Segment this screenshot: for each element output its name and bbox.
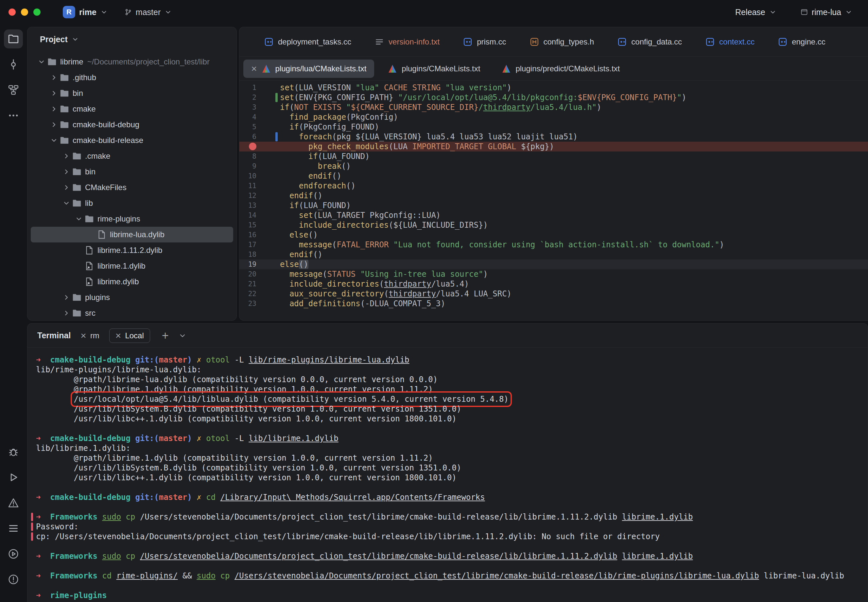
line-number[interactable]: 20 xyxy=(239,269,256,279)
line-number[interactable]: 2 xyxy=(239,92,256,102)
tree-item-lib[interactable]: lib xyxy=(31,195,233,211)
editor-tab-config_data.cc[interactable]: config_data.cc xyxy=(606,37,694,46)
tool-button-more[interactable] xyxy=(4,106,23,125)
terminal-tab-rm[interactable]: × rm xyxy=(80,331,100,341)
tree-item-librime[interactable]: librime~/Documents/project_clion_test/li… xyxy=(31,54,233,70)
tree-item-.github[interactable]: .github xyxy=(31,70,233,85)
editor-tab-version-info.txt[interactable]: version-info.txt xyxy=(363,37,451,46)
terminal-path-link[interactable]: librime.1.dylib xyxy=(622,551,693,561)
editor-tab-context.cc[interactable]: context.cc xyxy=(694,37,766,46)
chevron-collapsed-icon[interactable] xyxy=(61,310,72,317)
line-number[interactable]: 18 xyxy=(239,250,256,260)
chevron-collapsed-icon[interactable] xyxy=(61,294,72,301)
line-number[interactable]: 6 xyxy=(239,132,256,142)
close-icon[interactable]: × xyxy=(80,331,86,341)
editor-tab-deployment_tasks.cc[interactable]: deployment_tasks.cc xyxy=(253,37,363,46)
tool-button-structure[interactable] xyxy=(4,80,23,100)
chevron-collapsed-icon[interactable] xyxy=(48,74,60,81)
tool-button-problems-circle[interactable] xyxy=(4,570,23,589)
chevron-collapsed-icon[interactable] xyxy=(61,184,72,191)
code-editor[interactable]: 1set(LUA_VERSION "lua" CACHE STRING "lua… xyxy=(239,81,868,320)
breakpoint-dot[interactable] xyxy=(239,142,256,152)
tool-button-todo-lines[interactable] xyxy=(4,519,23,538)
terminal-options-chevron-icon[interactable] xyxy=(179,332,186,339)
terminal-path-link[interactable]: /Users/stevenobelia/Documents/project_cl… xyxy=(235,571,759,580)
line-number[interactable]: 1 xyxy=(239,83,256,92)
tree-item-librime.dylib[interactable]: librime.dylib xyxy=(31,274,233,290)
line-number[interactable]: 3 xyxy=(239,102,256,112)
tree-item-bin[interactable]: bin xyxy=(31,85,233,101)
line-number[interactable]: 9 xyxy=(239,161,256,171)
tool-button-warning-triangle[interactable] xyxy=(4,493,23,512)
project-widget[interactable]: R rime xyxy=(58,3,112,21)
terminal-output[interactable]: ➜ cmake-build-debug git:(master) ✗ otool… xyxy=(28,348,868,602)
line-number[interactable]: 23 xyxy=(239,299,256,309)
terminal-path-link[interactable]: lib/rime-plugins/librime-lua.dylib xyxy=(248,355,409,364)
editor-tab-prism.cc[interactable]: prism.cc xyxy=(451,37,518,46)
run-config-selector[interactable]: rime-lua xyxy=(796,5,857,20)
chevron-collapsed-icon[interactable] xyxy=(61,168,72,175)
tool-button-debug-bug[interactable] xyxy=(4,442,23,461)
line-number[interactable]: 22 xyxy=(239,289,256,299)
tree-item-.cmake[interactable]: .cmake xyxy=(31,148,233,164)
line-number[interactable]: 4 xyxy=(239,112,256,122)
chevron-collapsed-icon[interactable] xyxy=(48,105,60,112)
editor-tab-engine.cc[interactable]: engine.cc xyxy=(766,37,837,46)
terminal-path-link[interactable]: /Users/stevenobelia/Documents/project_cl… xyxy=(140,551,617,561)
tree-item-plugins[interactable]: plugins xyxy=(31,290,233,305)
line-number[interactable]: 14 xyxy=(239,210,256,220)
tree-item-librime.1.11.2.dylib[interactable]: librime.1.11.2.dylib xyxy=(31,243,233,258)
terminal-path-link[interactable]: rime-plugins/ xyxy=(117,571,178,580)
tree-item-bin[interactable]: bin xyxy=(31,164,233,180)
terminal-path-link[interactable]: /Library/Input\ Methods/Squirrel.app/Con… xyxy=(221,493,485,502)
tree-item-cmake-build-release[interactable]: cmake-build-release xyxy=(31,132,233,148)
tree-item-librime-lua.dylib[interactable]: librime-lua.dylib xyxy=(31,227,233,243)
tool-button-services-play-circle[interactable] xyxy=(4,544,23,564)
chevron-expanded-icon[interactable] xyxy=(73,215,84,223)
line-number[interactable]: 12 xyxy=(239,191,256,201)
new-terminal-tab-button[interactable]: + xyxy=(162,330,169,342)
editor-tab-plugins/lua/CMakeLists.txt[interactable]: ×plugins/lua/CMakeLists.txt xyxy=(243,60,374,78)
tool-button-project-folder[interactable] xyxy=(4,29,23,48)
line-number[interactable]: 10 xyxy=(239,171,256,181)
line-number[interactable]: 8 xyxy=(239,152,256,161)
tree-item-rime-plugins[interactable]: rime-plugins xyxy=(31,211,233,227)
chevron-collapsed-icon[interactable] xyxy=(61,152,72,160)
chevron-expanded-icon[interactable] xyxy=(61,200,72,207)
terminal-path-link[interactable]: librime.1.dylib xyxy=(622,512,693,522)
tool-button-run-play[interactable] xyxy=(4,468,23,487)
editor-tab-plugins/predict/CMakeLists.txt[interactable]: plugins/predict/CMakeLists.txt xyxy=(494,60,627,78)
line-number[interactable]: 17 xyxy=(239,240,256,250)
terminal-tab-local[interactable]: × Local xyxy=(109,329,150,343)
tree-item-cmake[interactable]: cmake xyxy=(31,101,233,117)
close-icon[interactable]: × xyxy=(115,331,121,341)
build-config-selector[interactable]: Release xyxy=(731,5,781,20)
breakpoint-icon[interactable] xyxy=(249,143,256,150)
tree-item-cmake-build-debug[interactable]: cmake-build-debug xyxy=(31,117,233,132)
line-number[interactable]: 15 xyxy=(239,220,256,230)
tree-item-src[interactable]: src xyxy=(31,305,233,320)
chevron-expanded-icon[interactable] xyxy=(36,58,47,65)
editor-tab-plugins/CMakeLists.txt[interactable]: plugins/CMakeLists.txt xyxy=(380,60,488,78)
zoom-window-button[interactable] xyxy=(33,9,41,16)
editor-tab-config_types.h[interactable]: config_types.h xyxy=(518,37,606,46)
terminal-path-link[interactable]: lib/librime.1.dylib xyxy=(248,434,339,443)
tree-item-CMakeFiles[interactable]: CMakeFiles xyxy=(31,180,233,195)
line-number[interactable]: 11 xyxy=(239,181,256,191)
chevron-expanded-icon[interactable] xyxy=(48,137,60,144)
tree-item-librime.1.dylib[interactable]: librime.1.dylib xyxy=(31,258,233,274)
tool-button-git-commit[interactable] xyxy=(4,55,23,74)
minimize-window-button[interactable] xyxy=(21,9,28,16)
chevron-collapsed-icon[interactable] xyxy=(48,121,60,128)
line-number[interactable]: 19 xyxy=(239,260,256,269)
close-window-button[interactable] xyxy=(9,9,16,16)
line-number[interactable]: 5 xyxy=(239,122,256,132)
branch-widget[interactable]: master xyxy=(120,5,176,20)
line-number[interactable]: 16 xyxy=(239,230,256,240)
line-number[interactable]: 21 xyxy=(239,279,256,289)
project-panel-header[interactable]: Project xyxy=(28,27,236,51)
close-icon[interactable]: × xyxy=(251,64,257,74)
chevron-collapsed-icon[interactable] xyxy=(48,90,60,97)
line-number[interactable]: 13 xyxy=(239,201,256,210)
file-file-icon xyxy=(84,246,94,255)
